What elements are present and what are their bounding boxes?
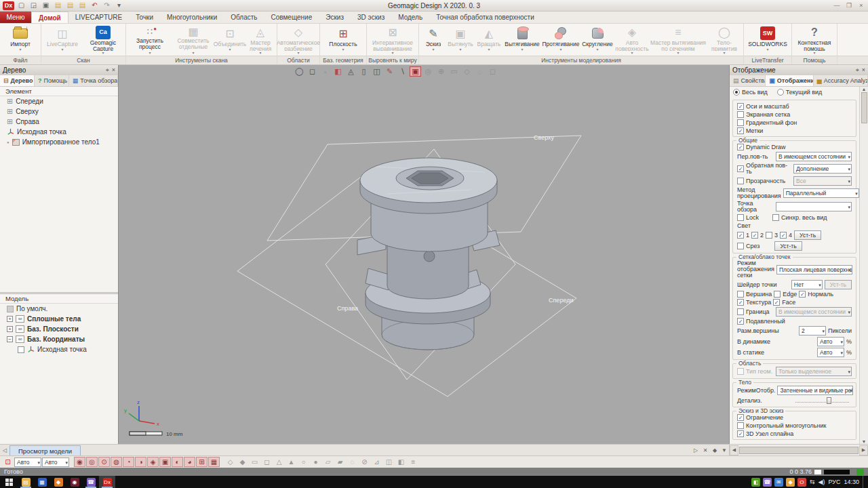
tree-item-origin[interactable]: Исходная точка bbox=[0, 127, 118, 137]
show-plane-icon[interactable]: ◈ bbox=[147, 457, 159, 467]
tab-tree[interactable]: ⊟Дерево bbox=[0, 75, 35, 86]
ribbon-tab[interactable]: Точная обработка поверхности bbox=[429, 12, 541, 23]
light-settings-button[interactable]: Уст-ть bbox=[794, 230, 821, 240]
visibility-icon[interactable]: ∞ bbox=[16, 325, 24, 333]
dynamic-percent-select[interactable]: Авто bbox=[817, 337, 844, 346]
select-triangle-icon[interactable]: ◆ bbox=[237, 457, 248, 467]
light-1-checkbox[interactable]: ✓ bbox=[737, 232, 744, 239]
undo-icon[interactable]: ↶ bbox=[90, 1, 100, 10]
screen-grid-checkbox[interactable] bbox=[737, 111, 744, 118]
extra-select-icon[interactable]: ≡ bbox=[408, 457, 419, 467]
visibility-icon[interactable]: ∞ bbox=[16, 336, 24, 343]
app-icon-blue[interactable]: ▦ bbox=[34, 476, 50, 488]
app-icon-dark[interactable]: ◉ bbox=[66, 476, 83, 488]
network-icon[interactable]: ⇆ bbox=[810, 479, 815, 485]
loft-wizard-button[interactable]: ≡Мастер вытягивания по сечениям▾ bbox=[650, 24, 707, 55]
close-button[interactable]: × bbox=[857, 2, 865, 9]
clip-plane-icon[interactable]: ◬ bbox=[345, 66, 357, 77]
boundary-select[interactable]: В имеющемся состоянии bbox=[776, 307, 852, 317]
visibility-icon[interactable]: ∞ bbox=[16, 315, 24, 323]
tab-list-icon[interactable]: ◆ bbox=[710, 445, 719, 455]
point-shader-settings-button[interactable]: Уст-ть bbox=[825, 280, 852, 289]
spline-knot-checkbox[interactable]: ✓ bbox=[737, 430, 744, 437]
control-polygon-checkbox[interactable] bbox=[737, 422, 744, 429]
light-2-checkbox[interactable]: ✓ bbox=[751, 232, 758, 239]
panel-vscrollbar[interactable]: ▲▼ bbox=[859, 87, 868, 444]
tab-viewpoint[interactable]: ▦Точка обзора bbox=[69, 75, 118, 86]
redo-icon[interactable]: ↷ bbox=[102, 1, 112, 10]
model-item-origin[interactable]: Исходная точка bbox=[0, 344, 118, 354]
auto-surface-button[interactable]: ◈Авто поверхность▾ bbox=[614, 24, 650, 55]
split-view-icon[interactable]: ◫ bbox=[371, 66, 382, 77]
scroll-down-icon[interactable]: ▼ bbox=[862, 439, 867, 444]
light-4-checkbox[interactable]: ✓ bbox=[780, 232, 787, 239]
tab-scroll-left-icon[interactable]: ◁ bbox=[0, 445, 9, 455]
viewpoint-select[interactable] bbox=[776, 202, 852, 211]
back-surface-select[interactable]: Дополнение bbox=[793, 164, 852, 174]
transparency-checkbox[interactable] bbox=[737, 178, 744, 184]
ribbon-tab[interactable]: Эскиз bbox=[319, 12, 351, 23]
ribbon-tab[interactable]: 3D эскиз bbox=[351, 12, 391, 23]
line-measure-icon[interactable]: ∖ bbox=[397, 66, 408, 77]
snap-mode-combo[interactable]: Авто bbox=[42, 458, 69, 467]
export-icon[interactable]: ▤ bbox=[65, 1, 75, 10]
show-label-icon[interactable]: ◕ bbox=[184, 457, 195, 467]
model-item-ref-planes[interactable]: +∞Баз. Плоскости bbox=[0, 324, 118, 334]
view-cube-icon[interactable]: ◻ bbox=[307, 66, 318, 77]
geomagic-capture-button[interactable]: CaGeomagic Capture▾ bbox=[82, 24, 124, 55]
app-icon-orange[interactable]: ◆ bbox=[50, 476, 66, 488]
lock-checkbox[interactable] bbox=[737, 214, 744, 221]
context-help-button[interactable]: ?Контекстная помощь▾ bbox=[793, 24, 835, 55]
quick-access-more-icon[interactable]: ▾ bbox=[114, 1, 124, 10]
close-panel-icon[interactable]: × bbox=[112, 66, 115, 74]
ribbon-tab[interactable]: Точки bbox=[129, 12, 160, 23]
clock[interactable]: 14:30 bbox=[844, 479, 859, 485]
fillet-button[interactable]: Скругление▾ bbox=[580, 24, 614, 55]
mesh-mode-select[interactable]: Плоская лицевая поверхность bbox=[776, 265, 852, 274]
lasso-select-icon[interactable]: ⊘ bbox=[359, 457, 370, 467]
ribbon-tab[interactable]: Модель bbox=[391, 12, 429, 23]
texture-checkbox[interactable]: ✓ bbox=[737, 299, 744, 306]
select-loop-icon[interactable]: ● bbox=[310, 457, 321, 467]
edge-checkbox[interactable] bbox=[774, 291, 781, 298]
healing-wizard-button[interactable]: ◬Мастер лечения▾ bbox=[245, 24, 275, 55]
dynamic-draw-checkbox[interactable]: ✓ bbox=[737, 144, 744, 150]
model-item-default[interactable]: По умолч. bbox=[0, 304, 118, 314]
section-view-icon[interactable]: ◧ bbox=[332, 66, 344, 77]
show-coordinate-icon[interactable]: ◐ bbox=[172, 457, 183, 467]
selection-marquee-icon[interactable]: ⊡ bbox=[2, 457, 14, 467]
tab-properties[interactable]: ▤Свойства bbox=[730, 75, 766, 86]
select-point-icon[interactable]: ◇ bbox=[224, 457, 236, 467]
body-display-mode-select[interactable]: Затененные и видимые ребра bbox=[777, 386, 853, 395]
ribbon-tab[interactable]: Многоугольники bbox=[160, 12, 224, 23]
vertex-checkbox[interactable] bbox=[737, 291, 744, 298]
tab-menu-icon[interactable]: ▼ bbox=[719, 445, 729, 455]
slice-settings-button[interactable]: Уст-ть bbox=[774, 241, 802, 251]
design-x-app-icon[interactable]: Dx bbox=[99, 476, 115, 488]
auto-segment-button[interactable]: ◇Автоматическое разбиение▾ bbox=[279, 24, 318, 55]
vertex-size-select[interactable]: 2 bbox=[799, 326, 826, 336]
ribbon-tab[interactable]: LIVECAPTURE bbox=[68, 12, 129, 23]
primitive-button[interactable]: ◯Тело-примитив▾ bbox=[707, 24, 742, 55]
boundary-checkbox[interactable] bbox=[737, 308, 744, 315]
band-selection-icon[interactable]: ▭ bbox=[448, 66, 460, 77]
note-view-icon[interactable]: ▯ bbox=[358, 66, 370, 77]
circle-select-icon[interactable]: ▰ bbox=[334, 457, 346, 467]
select-edge-icon[interactable]: ▲ bbox=[285, 457, 297, 467]
show-desktop-button[interactable] bbox=[863, 476, 865, 488]
gpu-tray-icon[interactable]: ◧ bbox=[751, 478, 760, 487]
face-checkbox[interactable]: ✓ bbox=[773, 299, 780, 306]
revolve-button[interactable]: ◭Вращать▾ bbox=[475, 24, 503, 55]
import-recent-icon[interactable]: ▤ bbox=[53, 1, 63, 10]
close-panel-icon[interactable]: × bbox=[862, 66, 865, 74]
light-3-checkbox[interactable] bbox=[766, 232, 772, 239]
save-icon[interactable]: ▣ bbox=[41, 1, 51, 10]
tree-item-front-plane[interactable]: ⊞Спереди bbox=[0, 96, 118, 106]
new-file-icon[interactable]: ▢ bbox=[16, 1, 26, 10]
sweep-button[interactable]: Протягивание▾ bbox=[541, 24, 580, 55]
merge-button[interactable]: ⊡Объединить▾ bbox=[214, 24, 245, 55]
paint-select-icon[interactable]: ⊿ bbox=[371, 457, 382, 467]
scroll-right-icon[interactable]: ▶ bbox=[859, 445, 868, 455]
tab-close-icon[interactable]: ✕ bbox=[701, 445, 710, 455]
start-button[interactable] bbox=[0, 476, 18, 488]
